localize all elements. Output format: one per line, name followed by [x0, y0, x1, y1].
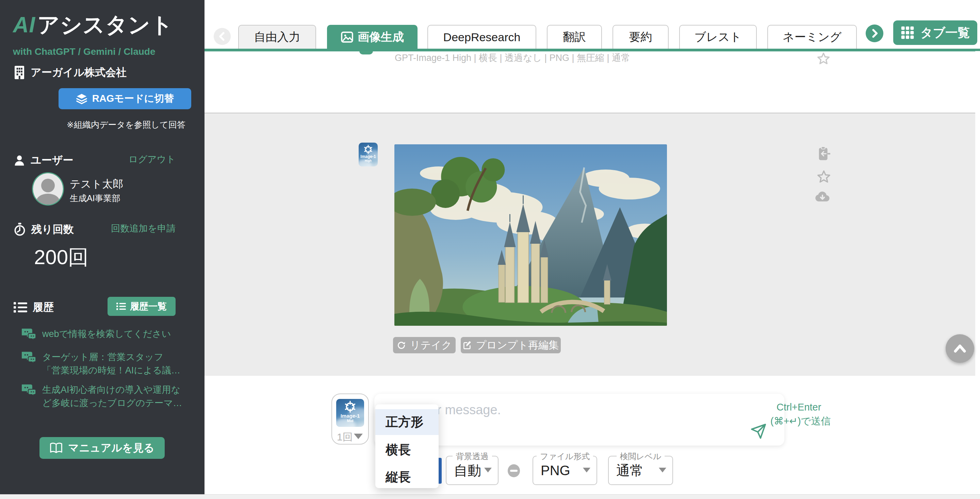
chevron-down-icon [659, 468, 666, 472]
tabs-scroll-left-button[interactable] [214, 28, 231, 45]
edit-icon [463, 341, 472, 350]
chevron-left-icon [217, 31, 227, 41]
tab-free-input[interactable]: 自由入力 [238, 25, 316, 49]
tabs-scroll-right-button[interactable] [865, 24, 883, 42]
history-item[interactable]: ターゲット層：営業スタッフ「営業現場の時短！AIによる議… [22, 351, 180, 377]
scrollbar-track[interactable] [975, 51, 980, 376]
layers-icon [76, 93, 88, 105]
generation-meta: GPT-Image-1 High | 横長 | 透過なし | PNG | 無圧縮… [395, 52, 630, 64]
tab-image-generation[interactable]: 画像生成 [327, 25, 417, 49]
censorship-level-select[interactable]: 検閲レベル 通常 [608, 456, 673, 485]
manual-button[interactable]: マニュアルを見る [40, 437, 165, 459]
app-logo: AIアシスタント [13, 10, 173, 40]
model-badge-mid: Image-1 Mid [336, 399, 364, 427]
history-list-button[interactable]: 履歴一覧 [108, 297, 176, 316]
background-transparency-select[interactable]: 背景透過 自動 [446, 456, 498, 485]
tab-brainstorm[interactable]: ブレスト [679, 25, 757, 49]
remaining-count: 200回 [34, 244, 89, 271]
horizontal-scrollbar[interactable] [0, 494, 980, 499]
chevron-down-icon [583, 468, 590, 472]
chevron-down-icon [354, 434, 363, 439]
tab-naming[interactable]: ネーミング [767, 25, 857, 49]
copy-to-prompt-icon[interactable] [818, 147, 830, 161]
history-item[interactable]: 生成AI初心者向けの導入や運用など多岐に渡ったブログのテーマ… [22, 383, 182, 410]
refresh-icon [397, 341, 406, 350]
send-icon[interactable] [750, 423, 767, 440]
grid-icon [901, 26, 914, 40]
generation-count: 1回 [337, 430, 353, 444]
book-icon [50, 442, 63, 454]
chevron-down-icon [484, 468, 492, 472]
download-icon[interactable] [815, 190, 830, 202]
stopwatch-icon [14, 223, 26, 236]
model-selector-chip[interactable]: Image-1 Mid 1回 [331, 394, 369, 445]
tab-translate[interactable]: 翻訳 [547, 25, 602, 49]
tab-deepresearch[interactable]: DeepResearch [427, 25, 536, 49]
person-icon [14, 155, 25, 166]
retake-button[interactable]: リテイク [393, 337, 456, 353]
chat-bubbles-icon [22, 383, 36, 410]
model-badge-high: Image-1 High [359, 143, 378, 166]
scroll-to-top-button[interactable] [946, 334, 974, 363]
image-icon [340, 30, 353, 43]
size-option-portrait[interactable]: 縦長 [375, 464, 439, 490]
company-row: アーガイル株式会社 [14, 65, 127, 80]
app-subtitle: with ChatGPT / Gemini / Claude [13, 46, 155, 57]
tab-summary[interactable]: 要約 [612, 25, 669, 49]
chat-bubbles-icon [22, 327, 36, 341]
size-option-landscape[interactable]: 横長 [375, 437, 439, 463]
send-shortcut-hint2: (⌘+↵)で送信 [770, 415, 830, 428]
generated-image[interactable] [395, 144, 667, 326]
file-format-select[interactable]: ファイル形式 PNG [533, 456, 597, 485]
logout-link[interactable]: ログアウト [129, 153, 176, 166]
favorite-star-icon[interactable] [817, 52, 830, 65]
remove-option-icon[interactable] [508, 464, 520, 477]
assistant-avatar-partial [360, 51, 373, 54]
user-name: テスト太郎 [70, 177, 123, 191]
user-avatar [32, 172, 64, 206]
active-tab-underline [205, 49, 980, 51]
tab-overview-button[interactable]: タブ一覧 [893, 21, 977, 45]
user-department: 生成AI事業部 [70, 193, 121, 204]
quota-section-header: 残り回数 回数追加を申請 [14, 222, 191, 237]
user-section-header: ユーザー ログアウト [14, 153, 191, 167]
rag-note: ※組織内データを参照して回答 [67, 119, 185, 131]
reedit-prompt-button[interactable]: プロンプト再編集 [461, 337, 561, 353]
history-section-header: 履歴 履歴一覧 [14, 300, 191, 314]
request-quota-link[interactable]: 回数追加を申請 [111, 222, 176, 234]
building-icon [14, 65, 25, 80]
list-icon [116, 302, 126, 311]
chat-bubbles-icon [22, 351, 36, 377]
list-icon [14, 301, 27, 313]
rag-mode-button[interactable]: RAGモードに切替 [59, 88, 191, 109]
history-item[interactable]: webで情報を検索してください [22, 327, 171, 341]
company-name: アーガイル株式会社 [30, 65, 127, 80]
favorite-star-icon[interactable] [817, 169, 831, 184]
chevron-right-icon [869, 28, 880, 38]
send-shortcut-hint: Ctrl+Enter [776, 402, 821, 413]
chevron-up-icon [952, 341, 968, 356]
size-dropdown-menu: 正方形 横長 縦長 [375, 404, 439, 488]
sidebar: AIアシスタント with ChatGPT / Gemini / Claude … [0, 0, 205, 494]
size-option-square[interactable]: 正方形 [375, 409, 439, 435]
